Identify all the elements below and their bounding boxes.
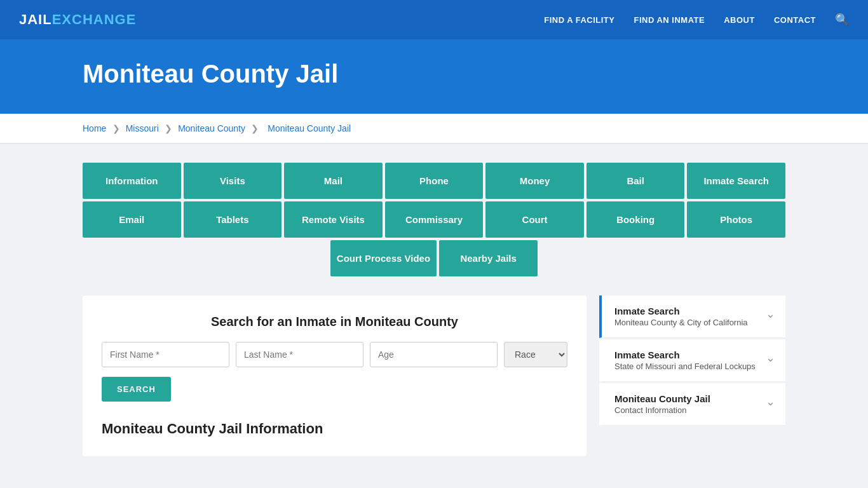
btn-remote-visits[interactable]: Remote Visits xyxy=(284,201,383,238)
breadcrumb-home[interactable]: Home xyxy=(83,123,106,133)
search-inputs: Race White Black Hispanic Asian Other xyxy=(102,342,567,367)
page-title: Moniteau County Jail xyxy=(83,60,849,88)
lower-section: Search for an Inmate in Moniteau County … xyxy=(83,295,785,456)
logo-highlight: EXCHANGE xyxy=(52,11,137,28)
sidebar-item-text-1: Inmate Search Moniteau County & City of … xyxy=(614,306,748,327)
breadcrumb-current: Moniteau County Jail xyxy=(268,123,351,133)
search-form-title: Search for an Inmate in Moniteau County xyxy=(102,315,567,329)
logo-main: JAIL xyxy=(19,11,52,28)
btn-booking[interactable]: Booking xyxy=(587,201,685,238)
sidebar-item-subtitle-1: Moniteau County & City of California xyxy=(614,318,748,327)
sidebar-item-title-2: Inmate Search xyxy=(614,349,756,360)
sidebar-item-inmate-search-2[interactable]: Inmate Search State of Missouri and Fede… xyxy=(599,339,785,382)
btn-court-process-video[interactable]: Court Process Video xyxy=(330,240,437,276)
grid-row-2: Email Tablets Remote Visits Commissary C… xyxy=(83,201,785,238)
main-content: Information Visits Mail Phone Money Bail… xyxy=(0,144,868,475)
nav-links: FIND A FACILITY FIND AN INMATE ABOUT CON… xyxy=(544,13,849,27)
btn-photos[interactable]: Photos xyxy=(687,201,785,238)
navbar: JAILEXCHANGE FIND A FACILITY FIND AN INM… xyxy=(0,0,868,41)
search-button[interactable]: SEARCH xyxy=(102,377,171,402)
sidebar-item-title-1: Inmate Search xyxy=(614,306,748,316)
hero-banner: Moniteau County Jail xyxy=(0,41,868,114)
nav-about[interactable]: ABOUT xyxy=(724,15,755,25)
breadcrumb-sep3: ❯ xyxy=(251,123,261,133)
btn-phone[interactable]: Phone xyxy=(385,163,484,199)
last-name-input[interactable] xyxy=(236,342,363,367)
breadcrumb-moniteau-county[interactable]: Moniteau County xyxy=(178,123,245,133)
btn-information[interactable]: Information xyxy=(83,163,181,199)
race-select[interactable]: Race White Black Hispanic Asian Other xyxy=(504,342,567,367)
nav-contact[interactable]: CONTACT xyxy=(774,15,816,25)
sidebar-item-subtitle-3: Contact Information xyxy=(614,405,710,415)
sidebar-item-subtitle-2: State of Missouri and Federal Lockups xyxy=(614,362,756,371)
btn-money[interactable]: Money xyxy=(485,163,584,199)
sidebar-item-text-2: Inmate Search State of Missouri and Fede… xyxy=(614,349,756,371)
breadcrumb-sep2: ❯ xyxy=(165,123,175,133)
nav-find-facility[interactable]: FIND A FACILITY xyxy=(544,15,614,25)
chevron-down-icon-2: ⌄ xyxy=(766,351,775,365)
btn-commissary[interactable]: Commissary xyxy=(385,201,484,238)
btn-tablets[interactable]: Tablets xyxy=(184,201,282,238)
age-input[interactable] xyxy=(370,342,498,367)
breadcrumb: Home ❯ Missouri ❯ Moniteau County ❯ Moni… xyxy=(0,114,868,144)
nav-find-inmate[interactable]: FIND AN INMATE xyxy=(634,15,705,25)
first-name-input[interactable] xyxy=(102,342,229,367)
search-icon-button[interactable]: 🔍 xyxy=(835,13,849,27)
btn-bail[interactable]: Bail xyxy=(587,163,685,199)
grid-row-3: Court Process Video Nearby Jails xyxy=(83,240,785,276)
btn-mail[interactable]: Mail xyxy=(284,163,383,199)
logo[interactable]: JAILEXCHANGE xyxy=(19,11,136,28)
chevron-down-icon-1: ⌄ xyxy=(766,307,775,321)
btn-visits[interactable]: Visits xyxy=(184,163,282,199)
grid-row-1: Information Visits Mail Phone Money Bail… xyxy=(83,163,785,199)
btn-email[interactable]: Email xyxy=(83,201,181,238)
btn-court[interactable]: Court xyxy=(485,201,584,238)
sidebar-item-text-3: Moniteau County Jail Contact Information xyxy=(614,393,710,415)
breadcrumb-missouri[interactable]: Missouri xyxy=(126,123,159,133)
btn-nearby-jails[interactable]: Nearby Jails xyxy=(439,240,538,276)
sidebar-item-title-3: Moniteau County Jail xyxy=(614,393,710,404)
chevron-down-icon-3: ⌄ xyxy=(766,395,775,409)
sidebar-item-contact-info[interactable]: Moniteau County Jail Contact Information… xyxy=(599,383,785,426)
breadcrumb-sep1: ❯ xyxy=(112,123,123,133)
search-form-box: Search for an Inmate in Moniteau County … xyxy=(83,295,587,456)
btn-inmate-search[interactable]: Inmate Search xyxy=(687,163,785,199)
jail-info-title: Moniteau County Jail Information xyxy=(102,421,567,437)
sidebar-item-inmate-search-1[interactable]: Inmate Search Moniteau County & City of … xyxy=(599,295,785,338)
sidebar: Inmate Search Moniteau County & City of … xyxy=(599,295,785,456)
